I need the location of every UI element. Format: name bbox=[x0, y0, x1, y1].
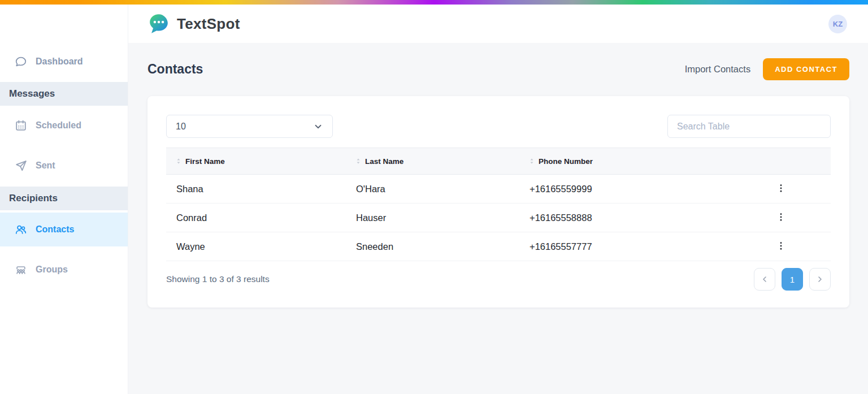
page-actions: Import Contacts ADD CONTACT bbox=[685, 58, 849, 80]
sort-icon bbox=[528, 158, 535, 164]
results-summary: Showing 1 to 3 of 3 results bbox=[166, 274, 270, 284]
sidebar-item-label: Groups bbox=[36, 265, 68, 275]
page-size-select[interactable]: 10 bbox=[166, 115, 333, 138]
kebab-icon bbox=[776, 212, 786, 224]
row-menu-button[interactable] bbox=[772, 237, 789, 256]
cell-actions bbox=[731, 237, 831, 256]
cell-first-name: Shana bbox=[166, 184, 346, 194]
sidebar-item-label: Dashboard bbox=[36, 57, 83, 67]
cell-first-name: Conrad bbox=[166, 213, 346, 223]
cell-actions bbox=[731, 209, 831, 227]
previous-page-button[interactable] bbox=[754, 268, 775, 291]
table-row: Shana O'Hara +16165559999 bbox=[166, 175, 831, 204]
chevron-left-icon bbox=[760, 275, 769, 284]
sidebar-section-label: Recipients bbox=[9, 193, 58, 204]
cell-actions bbox=[731, 180, 831, 198]
user-group-icon bbox=[15, 263, 27, 276]
chevron-right-icon bbox=[815, 275, 824, 284]
sidebar-item-groups[interactable]: Groups bbox=[0, 256, 128, 283]
page-header: Contacts Import Contacts ADD CONTACT bbox=[128, 43, 868, 80]
user-avatar[interactable]: KZ bbox=[828, 15, 847, 33]
table-header-row: First Name Last Name Phone Number bbox=[166, 148, 831, 175]
sidebar-section-label: Messages bbox=[9, 88, 55, 99]
chat-bubble-icon bbox=[15, 55, 27, 68]
table-row: Conrad Hauser +16165558888 bbox=[166, 204, 831, 232]
column-header-phone-number[interactable]: Phone Number bbox=[519, 157, 731, 166]
brand-name: TextSpot bbox=[177, 15, 240, 33]
chat-bubble-logo-icon bbox=[147, 12, 170, 35]
users-icon bbox=[15, 223, 27, 236]
pagination: 1 bbox=[754, 268, 831, 291]
cell-last-name: Hauser bbox=[346, 213, 519, 223]
app: Dashboard Messages Scheduled Sent Recipi… bbox=[0, 0, 868, 394]
cell-phone-number: +16165559999 bbox=[519, 184, 731, 194]
table-footer: Showing 1 to 3 of 3 results 1 bbox=[166, 268, 831, 291]
sidebar-item-label: Sent bbox=[36, 161, 55, 171]
contacts-card: 10 First Name Last Name bbox=[147, 96, 849, 308]
cell-first-name: Wayne bbox=[166, 241, 346, 252]
calendar-icon bbox=[15, 119, 27, 132]
page-title: Contacts bbox=[147, 62, 203, 77]
kebab-icon bbox=[776, 183, 786, 195]
page-number-button[interactable]: 1 bbox=[782, 268, 803, 291]
add-contact-button[interactable]: ADD CONTACT bbox=[763, 58, 849, 80]
cell-last-name: O'Hara bbox=[346, 184, 519, 194]
top-gradient-bar bbox=[0, 0, 868, 5]
cell-last-name: Sneeden bbox=[346, 241, 519, 252]
column-header-first-name[interactable]: First Name bbox=[166, 157, 346, 166]
row-menu-button[interactable] bbox=[772, 180, 789, 198]
app-header: TextSpot KZ bbox=[128, 5, 868, 43]
kebab-icon bbox=[776, 241, 786, 253]
table-controls: 10 bbox=[166, 115, 831, 138]
paper-plane-icon bbox=[15, 159, 27, 172]
chevron-down-icon bbox=[313, 122, 323, 132]
sidebar-section-recipients: Recipients bbox=[0, 187, 128, 210]
sidebar-item-dashboard[interactable]: Dashboard bbox=[0, 48, 128, 75]
column-header-last-name[interactable]: Last Name bbox=[346, 157, 519, 166]
sidebar-item-sent[interactable]: Sent bbox=[0, 152, 128, 179]
cell-phone-number: +16165557777 bbox=[519, 241, 731, 252]
column-header-label: Last Name bbox=[365, 157, 403, 166]
sidebar-item-contacts[interactable]: Contacts bbox=[0, 213, 128, 246]
sidebar-item-scheduled[interactable]: Scheduled bbox=[0, 112, 128, 139]
sort-icon bbox=[175, 158, 182, 164]
search-input[interactable] bbox=[667, 115, 831, 138]
table-row: Wayne Sneeden +16165557777 bbox=[166, 232, 831, 261]
main-content: Contacts Import Contacts ADD CONTACT 10 bbox=[128, 43, 868, 394]
column-header-label: First Name bbox=[185, 157, 225, 166]
sidebar-item-label: Scheduled bbox=[36, 120, 81, 131]
sidebar: Dashboard Messages Scheduled Sent Recipi… bbox=[0, 5, 128, 394]
sidebar-spacer bbox=[0, 5, 128, 48]
page-size-value: 10 bbox=[176, 122, 186, 132]
import-contacts-link[interactable]: Import Contacts bbox=[685, 64, 750, 75]
next-page-button[interactable] bbox=[809, 268, 831, 291]
sort-icon bbox=[355, 158, 362, 164]
column-header-label: Phone Number bbox=[539, 157, 593, 166]
contacts-table: First Name Last Name Phone Number Shana … bbox=[166, 148, 831, 261]
sidebar-section-messages: Messages bbox=[0, 82, 128, 106]
brand-logo[interactable]: TextSpot bbox=[147, 12, 240, 35]
sidebar-item-label: Contacts bbox=[36, 224, 74, 235]
cell-phone-number: +16165558888 bbox=[519, 213, 731, 223]
row-menu-button[interactable] bbox=[772, 209, 789, 227]
